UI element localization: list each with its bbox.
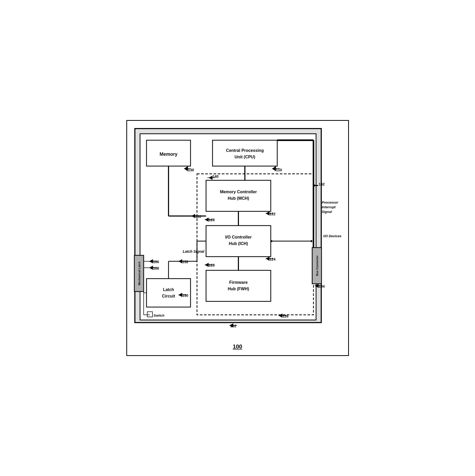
ref-150: 150 <box>182 293 188 298</box>
fwh-label-2: Hub (FWH) <box>228 287 249 291</box>
svg-rect-13 <box>206 226 271 257</box>
io-devices-label: I/O Devices <box>323 234 341 238</box>
ich-label-2: Hub (ICH) <box>229 241 248 246</box>
ref-104: 104 <box>319 284 325 288</box>
main-diagram: Memory Central Processing Unit (CPU) 130… <box>132 126 345 338</box>
svg-rect-16 <box>206 270 271 301</box>
ref-106: 106 <box>153 260 159 264</box>
diagram-outer: Memory Central Processing Unit (CPU) 130… <box>126 120 349 356</box>
proc-interrupt-label-3: Signal <box>322 210 332 214</box>
ref-122: 122 <box>269 212 276 216</box>
figure-label: 100 <box>132 343 343 350</box>
fwh-label-1: Firmware <box>229 280 247 285</box>
proc-interrupt-label-1: Processor <box>322 200 339 204</box>
ref-152: 152 <box>182 260 188 264</box>
latch-circuit-label-2: Circuit <box>162 294 175 298</box>
svg-rect-9 <box>206 180 271 211</box>
cpu-label-1: Central Processing <box>226 148 264 153</box>
mch-label-1: Memory Controller <box>220 190 257 194</box>
page-container: Memory Central Processing Unit (CPU) 130… <box>121 120 354 356</box>
mech-latch-label: Mechanical Latch <box>138 262 141 285</box>
svg-rect-36 <box>147 312 152 317</box>
ref-142: 142 <box>319 182 325 186</box>
proc-interrupt-label-2: Interrupt <box>322 205 336 209</box>
ich-label-1: I/O Controller <box>225 235 251 239</box>
cpu-label-2: Unit (CPU) <box>235 155 255 159</box>
svg-rect-3 <box>213 140 277 166</box>
ref-108: 108 <box>153 266 159 270</box>
switch-label: Switch <box>154 314 164 317</box>
latch-circuit-label-1: Latch <box>163 287 174 292</box>
latch-signal-label: Latch Signal <box>183 249 204 254</box>
memory-label: Memory <box>159 152 177 157</box>
figure-number: 100 <box>233 343 242 350</box>
bus-connector-label: Bus Connector <box>316 255 319 276</box>
svg-rect-26 <box>147 279 191 307</box>
mch-label-2: Hub (MCH) <box>228 196 249 200</box>
ref-126: 126 <box>282 314 289 318</box>
ref-124: 124 <box>269 257 276 261</box>
